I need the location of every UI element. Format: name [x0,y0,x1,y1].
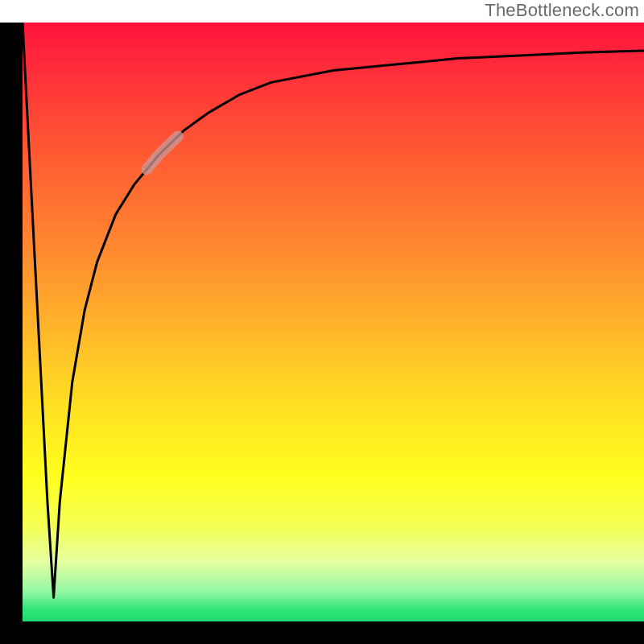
bottleneck-curve [23,23,644,597]
plot-area [23,23,644,621]
attribution-label: TheBottleneck.com [485,0,639,21]
highlight-segment [147,136,178,169]
chart-frame [0,23,644,644]
chart-container: TheBottleneck.com [0,0,644,644]
curve-layer [23,23,644,621]
